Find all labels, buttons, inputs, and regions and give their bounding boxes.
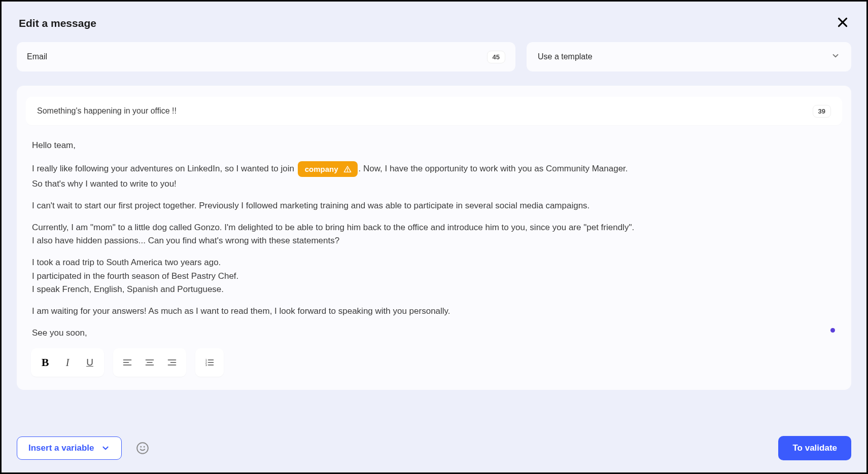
message-editor: Something's happening in your office !! … xyxy=(17,86,851,390)
list-group: 123 xyxy=(195,348,224,377)
body-paragraph: I participated in the fourth season of B… xyxy=(32,270,836,283)
close-icon xyxy=(836,16,849,29)
validate-button[interactable]: To validate xyxy=(778,436,851,460)
align-center-button[interactable] xyxy=(138,351,161,374)
insert-variable-label: Insert a variable xyxy=(28,443,94,453)
align-center-icon xyxy=(145,357,155,368)
body-paragraph: Hello team, xyxy=(32,139,836,152)
text-style-group: B I U xyxy=(31,348,104,377)
alignment-group xyxy=(113,348,186,377)
email-count-badge: 45 xyxy=(487,51,505,63)
body-paragraph: I am waiting for your answers! As much a… xyxy=(32,305,836,318)
email-tab[interactable]: Email 45 xyxy=(17,42,515,71)
align-left-button[interactable] xyxy=(116,351,138,374)
template-select-label: Use a template xyxy=(538,52,593,61)
template-select[interactable]: Use a template xyxy=(527,42,851,71)
align-left-icon xyxy=(122,357,132,368)
email-tab-label: Email xyxy=(27,52,47,61)
editor-toolbar: B I U 123 xyxy=(26,348,842,377)
body-paragraph: I also have hidden passions... Can you f… xyxy=(32,235,836,247)
body-paragraph: Currently, I am "mom" to a little dog ca… xyxy=(32,222,836,234)
footer: Insert a variable To validate xyxy=(2,425,866,472)
svg-point-21 xyxy=(144,447,145,447)
subject-input[interactable]: Something's happening in your office !! … xyxy=(26,97,842,125)
svg-point-3 xyxy=(347,170,348,171)
subject-text: Something's happening in your office !! xyxy=(37,106,177,116)
variable-chip-company[interactable]: company xyxy=(298,161,358,177)
smile-icon xyxy=(136,442,149,455)
body-paragraph: See you soon, xyxy=(32,327,836,340)
body-paragraph: I took a road trip to South America two … xyxy=(32,257,836,269)
italic-button[interactable]: I xyxy=(56,351,79,374)
body-paragraph: So that's why I wanted to write to you! xyxy=(32,178,836,191)
page-title: Edit a message xyxy=(19,17,96,29)
close-button[interactable] xyxy=(836,16,849,31)
svg-point-19 xyxy=(137,443,149,454)
resize-handle[interactable] xyxy=(830,328,835,333)
body-paragraph: I speak French, English, Spanish and Por… xyxy=(32,283,836,296)
bold-button[interactable]: B xyxy=(34,351,56,374)
message-body[interactable]: Hello team, I really like following your… xyxy=(26,136,842,339)
align-right-button[interactable] xyxy=(161,351,183,374)
align-right-icon xyxy=(167,357,177,368)
chevron-down-icon xyxy=(831,51,840,62)
svg-text:3: 3 xyxy=(205,363,207,367)
insert-variable-button[interactable]: Insert a variable xyxy=(17,436,122,460)
subject-count-badge: 39 xyxy=(813,105,831,118)
underline-button[interactable]: U xyxy=(79,351,101,374)
emoji-button[interactable] xyxy=(136,442,149,455)
body-paragraph: I can't wait to start our first project … xyxy=(32,200,836,212)
chevron-down-icon xyxy=(101,444,110,453)
ordered-list-icon: 123 xyxy=(204,357,215,368)
warning-icon xyxy=(343,165,352,173)
body-paragraph: I really like following your adventures … xyxy=(32,161,836,177)
ordered-list-button[interactable]: 123 xyxy=(198,351,221,374)
svg-point-20 xyxy=(141,447,142,447)
